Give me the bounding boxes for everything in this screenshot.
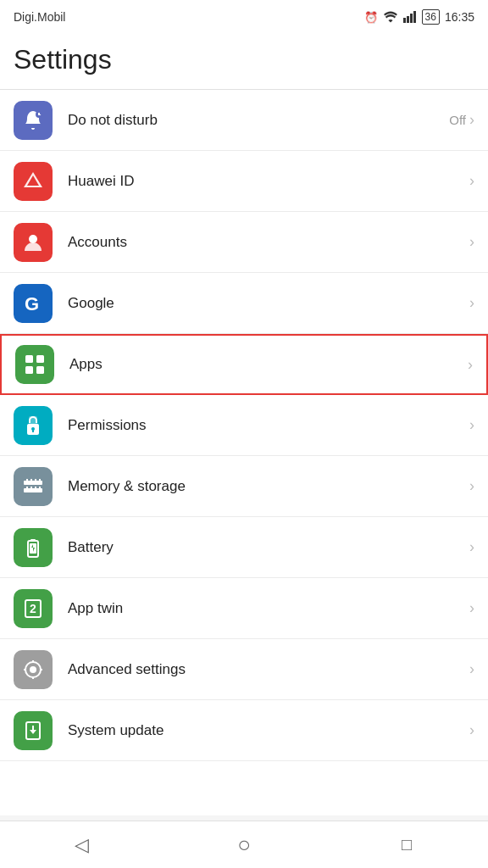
sysupdate-chevron: › xyxy=(469,721,474,739)
sysupdate-label: System update xyxy=(68,722,469,739)
svg-rect-20 xyxy=(35,479,36,482)
settings-item-accounts[interactable]: Accounts › xyxy=(0,212,488,273)
accounts-icon xyxy=(14,223,53,262)
back-button[interactable]: ◁ xyxy=(56,828,107,862)
settings-item-permissions[interactable]: Permissions › xyxy=(0,395,488,456)
carrier-label: Digi.Mobil xyxy=(14,10,65,24)
time-label: 16:35 xyxy=(445,10,474,24)
battery-indicator: 36 xyxy=(422,9,440,25)
svg-rect-21 xyxy=(39,479,41,482)
svg-rect-18 xyxy=(26,479,28,482)
apptwin-label: App twin xyxy=(68,600,469,617)
status-icons: ⏰ 36 16:35 xyxy=(364,9,474,25)
recents-button[interactable]: □ xyxy=(381,828,432,862)
dnd-icon xyxy=(14,101,53,140)
recents-icon: □ xyxy=(402,835,412,854)
svg-point-6 xyxy=(29,235,37,243)
apptwin-icon: 2 xyxy=(14,589,53,628)
svg-rect-10 xyxy=(25,366,33,374)
svg-rect-0 xyxy=(403,18,406,23)
settings-item-apptwin[interactable]: 2 App twin › xyxy=(0,578,488,639)
svg-text:G: G xyxy=(25,293,39,314)
svg-text:2: 2 xyxy=(30,602,36,615)
advanced-label: Advanced settings xyxy=(68,661,469,678)
home-button[interactable]: ○ xyxy=(219,828,269,862)
advanced-chevron: › xyxy=(469,660,474,678)
advanced-icon xyxy=(14,650,53,689)
alarm-icon: ⏰ xyxy=(364,11,378,24)
home-icon: ○ xyxy=(237,832,251,858)
google-chevron: › xyxy=(469,294,474,312)
settings-item-battery[interactable]: Battery › xyxy=(0,517,488,578)
battery-chevron: › xyxy=(469,538,474,556)
svg-rect-22 xyxy=(26,487,28,490)
settings-item-sysupdate[interactable]: System update › xyxy=(0,700,488,761)
settings-item-do-not-disturb[interactable]: Do not disturb Off › xyxy=(0,90,488,151)
svg-point-32 xyxy=(30,666,36,673)
sysupdate-icon xyxy=(14,711,53,750)
memory-label: Memory & storage xyxy=(68,478,469,495)
svg-rect-25 xyxy=(39,487,41,490)
wifi-icon xyxy=(383,11,398,23)
svg-rect-8 xyxy=(25,355,33,363)
apps-label: Apps xyxy=(69,356,468,373)
permissions-label: Permissions xyxy=(68,417,469,434)
settings-item-advanced[interactable]: Advanced settings › xyxy=(0,639,488,700)
page-title: Settings xyxy=(14,44,474,75)
permissions-icon xyxy=(14,406,53,445)
accounts-chevron: › xyxy=(469,233,474,251)
svg-rect-3 xyxy=(413,11,416,23)
permissions-chevron: › xyxy=(469,416,474,434)
battery-icon xyxy=(14,528,53,567)
accounts-label: Accounts xyxy=(68,234,469,251)
svg-rect-23 xyxy=(30,487,32,490)
memory-chevron: › xyxy=(469,477,474,495)
settings-item-apps[interactable]: Apps › xyxy=(0,334,488,395)
settings-item-huawei-id[interactable]: Huawei ID › xyxy=(0,151,488,212)
svg-rect-5 xyxy=(38,113,40,114)
dnd-value: Off xyxy=(449,113,466,127)
back-icon: ◁ xyxy=(75,834,89,856)
svg-rect-24 xyxy=(35,487,36,490)
svg-rect-1 xyxy=(407,16,409,23)
apptwin-chevron: › xyxy=(469,599,474,617)
dnd-label: Do not disturb xyxy=(68,112,449,129)
battery-label: Battery xyxy=(68,539,469,556)
google-icon: G xyxy=(14,284,53,323)
apps-icon xyxy=(15,345,54,384)
svg-rect-19 xyxy=(30,479,32,482)
settings-header: Settings xyxy=(0,34,488,90)
huawei-label: Huawei ID xyxy=(68,173,469,190)
apps-chevron: › xyxy=(468,356,473,374)
status-bar: Digi.Mobil ⏰ 36 16:35 xyxy=(0,0,488,34)
signal-icon xyxy=(403,11,417,23)
svg-rect-11 xyxy=(36,366,44,374)
settings-item-memory[interactable]: Memory & storage › xyxy=(0,456,488,517)
settings-item-google[interactable]: G Google › xyxy=(0,273,488,334)
huawei-icon xyxy=(14,162,53,201)
dnd-chevron: › xyxy=(469,111,474,129)
svg-rect-2 xyxy=(410,14,413,23)
svg-rect-27 xyxy=(30,539,36,542)
memory-icon xyxy=(14,467,53,506)
settings-list: Do not disturb Off › Huawei ID › Account… xyxy=(0,90,488,815)
svg-rect-9 xyxy=(36,355,44,363)
huawei-chevron: › xyxy=(469,172,474,190)
navigation-bar: ◁ ○ □ xyxy=(0,821,488,868)
google-label: Google xyxy=(68,295,469,312)
svg-rect-15 xyxy=(32,429,34,432)
